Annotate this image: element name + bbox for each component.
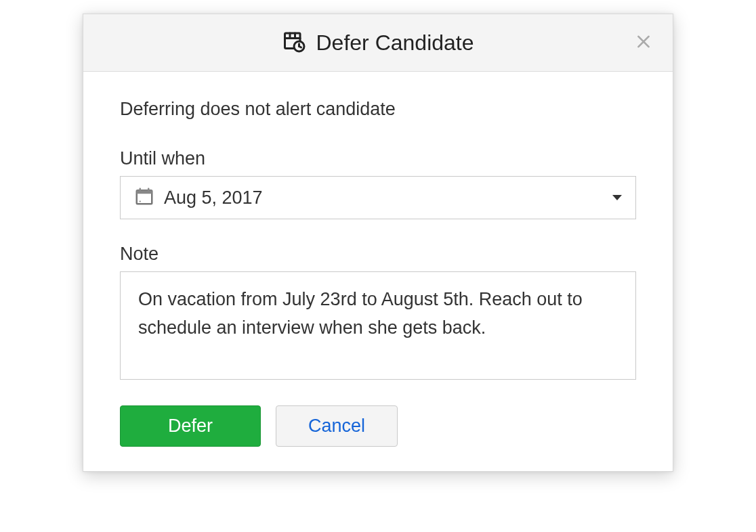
info-text: Deferring does not alert candidate xyxy=(120,99,636,120)
modal-body: Deferring does not alert candidate Until… xyxy=(83,72,673,471)
until-when-datepicker[interactable]: Aug 5, 2017 xyxy=(120,176,636,219)
svg-point-13 xyxy=(140,201,141,202)
defer-button[interactable]: Defer xyxy=(120,405,261,447)
chevron-down-icon xyxy=(612,195,622,200)
svg-line-6 xyxy=(299,47,301,48)
note-textarea[interactable] xyxy=(120,271,636,380)
close-icon xyxy=(635,33,652,53)
note-label: Note xyxy=(120,244,636,265)
calendar-icon xyxy=(134,186,154,209)
svg-rect-10 xyxy=(137,190,152,194)
until-when-value: Aug 5, 2017 xyxy=(164,187,612,208)
modal-title-wrap: Defer Candidate xyxy=(282,29,474,56)
until-when-label: Until when xyxy=(120,148,636,169)
defer-candidate-modal: Defer Candidate Deferring does not alert… xyxy=(83,14,673,472)
close-button[interactable] xyxy=(631,29,656,57)
modal-header: Defer Candidate xyxy=(83,14,673,72)
calendar-clock-icon xyxy=(282,29,306,56)
modal-title: Defer Candidate xyxy=(316,30,474,56)
button-row: Defer Cancel xyxy=(120,405,636,447)
cancel-button[interactable]: Cancel xyxy=(276,405,398,447)
